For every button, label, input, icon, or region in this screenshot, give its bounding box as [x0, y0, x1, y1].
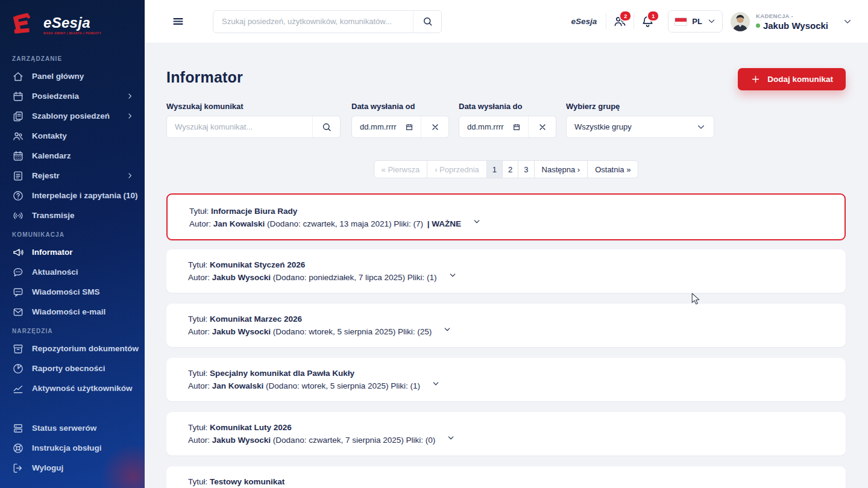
sidebar-item-label: Wyloguj	[32, 463, 63, 472]
message-title: Specjalny komunikat dla Pawła Kukły	[210, 369, 354, 378]
chevron-down-icon	[707, 17, 716, 26]
search-icon	[422, 16, 433, 27]
activity-icon	[12, 383, 24, 395]
pagination-button[interactable]: 3	[518, 160, 534, 178]
message-search-input[interactable]	[167, 122, 312, 131]
notifications-button[interactable]: 1	[634, 14, 661, 28]
message-title-line: Tytuł: Komunikat Styczeń 2026	[188, 258, 824, 271]
pagination-button[interactable]: 2	[503, 160, 518, 178]
sidebar-item-wiadomosci-email[interactable]: Wiadomości e-mail	[0, 302, 145, 322]
language-code: PL	[692, 17, 702, 26]
clear-date-from-button[interactable]	[421, 122, 448, 132]
message-card[interactable]: Tytuł: Komunikat Luty 2026Autor: Jakub W…	[166, 412, 846, 455]
search-icon[interactable]	[313, 122, 340, 133]
date-to-input[interactable]: dd.mm.rrrr	[459, 122, 512, 131]
sidebar-item-repozytorium-dokumentow[interactable]: Repozytorium dokumentów	[0, 339, 145, 358]
pagination-button[interactable]: Ostatnia »	[588, 160, 638, 178]
sidebar-item-wyloguj[interactable]: Wyloguj	[0, 458, 145, 478]
pagination-group: « Pierwsza‹ Poprzednia123Następna ›Ostat…	[374, 160, 639, 178]
chevron-down-icon[interactable]	[473, 217, 481, 226]
sms-icon	[12, 286, 24, 298]
global-search	[213, 10, 442, 33]
message-meta: (Dodano: poniedziałek, 7 lipca 2025) Pli…	[273, 273, 437, 282]
pagination-button[interactable]: Następna ›	[535, 160, 588, 178]
date-from-input[interactable]: dd.mm.rrrr	[352, 122, 405, 131]
chevron-down-icon[interactable]	[448, 271, 457, 280]
sidebar-item-label: Informator	[32, 248, 73, 257]
sidebar-item-kontakty[interactable]: Kontakty	[0, 126, 145, 146]
chevron-right-icon	[126, 172, 134, 180]
brand-logo[interactable]: eSesja RADA GMINY | MIASTA | POWIATY	[0, 0, 145, 41]
calendar-picker-icon[interactable]	[405, 123, 414, 131]
menu-toggle-button[interactable]	[172, 15, 184, 28]
important-badge: | WAŻNE	[427, 219, 461, 228]
add-message-button[interactable]: Dodaj komunikat	[738, 68, 846, 90]
filter-search-label: Wyszukaj komunikat	[166, 102, 342, 111]
mail-icon	[12, 306, 24, 318]
message-card[interactable]: Tytuł: Komunikat Styczeń 2026Autor: Jaku…	[166, 249, 846, 293]
sidebar-item-informator[interactable]: Informator	[0, 242, 145, 262]
message-title-line: Tytuł: Komunikat Marzec 2026	[188, 313, 824, 325]
online-status-dot	[756, 23, 760, 28]
filter-group: Wybierz grupę Wszystkie grupy	[566, 102, 714, 138]
message-meta-line: Autor: Jakub Wysocki (Dodano: czwartek, …	[188, 434, 824, 446]
filter-search: Wyszukaj komunikat	[166, 102, 342, 138]
global-search-input[interactable]	[213, 17, 413, 26]
sidebar-item-label: Raporty obecności	[32, 364, 105, 373]
filters: Wyszukaj komunikat Data wysłania od dd.m…	[166, 102, 846, 138]
sidebar-item-panel-glowny[interactable]: Panel główny	[0, 66, 145, 86]
chat-icon	[12, 266, 24, 278]
message-card[interactable]: Tytuł: Komunikat Marzec 2026Autor: Jakub…	[166, 304, 846, 347]
calendar-picker-icon[interactable]	[512, 123, 521, 131]
sidebar-item-raporty-obecnosci[interactable]: Raporty obecności	[0, 358, 145, 378]
group-select[interactable]: Wszystkie grupy	[566, 116, 714, 138]
sidebar-item-wiadomosci-sms[interactable]: Wiadomości SMS	[0, 282, 145, 302]
sidebar-item-aktywnosc-uzytkownikow[interactable]: Aktywność użytkowników	[0, 378, 145, 398]
message-author: Jakub Wysocki	[212, 273, 271, 282]
sidebar-item-transmisje[interactable]: Transmisje	[0, 205, 145, 225]
sidebar-item-aktualnosci[interactable]: Aktualności	[0, 262, 145, 282]
pagination-button[interactable]: 1	[487, 160, 503, 178]
message-title-line: Tytuł: Informacje Biura Rady	[189, 205, 823, 217]
online-users-button[interactable]: 2	[606, 14, 634, 28]
sidebar-item-szablony-posiedzen[interactable]: Szablony posiedzeń	[0, 106, 145, 126]
chevron-down-icon[interactable]	[432, 380, 440, 388]
sidebar-item-status-serwerow[interactable]: Status serwerów	[0, 418, 145, 438]
sidebar-item-posiedzenia[interactable]: Posiedzenia	[0, 86, 145, 106]
clear-date-to-button[interactable]	[529, 122, 556, 132]
sidebar-item-instrukcja-obslugi[interactable]: Instrukcja obsługi	[0, 438, 145, 458]
message-card[interactable]: Tytuł: Specjalny komunikat dla Pawła Kuk…	[166, 358, 846, 401]
title-label: Tytuł:	[188, 423, 207, 432]
sidebar: eSesja RADA GMINY | MIASTA | POWIATY ZAR…	[0, 0, 145, 488]
message-meta: (Dodano: wtorek, 5 sierpnia 2025) Pliki:…	[266, 381, 420, 390]
sidebar-item-label: Wiadomości e-mail	[32, 307, 105, 316]
user-menu[interactable]: KADENCJA - Jakub Wysocki	[731, 12, 828, 31]
sidebar-nav: ZARZĄDZANIEPanel głównyPosiedzeniaSzablo…	[0, 49, 145, 478]
title-label: Tytuł:	[188, 314, 207, 324]
message-meta: (Dodano: czwartek, 7 sierpnia 2025) Plik…	[273, 436, 435, 445]
language-selector[interactable]: PL	[668, 10, 723, 33]
chevron-down-icon[interactable]	[443, 325, 451, 334]
sidebar-item-kalendarz[interactable]: Kalendarz	[0, 146, 145, 166]
global-search-button[interactable]	[413, 11, 441, 33]
main-column: eSesja 2 1 PL	[145, 0, 868, 488]
chevron-down-icon	[696, 122, 706, 132]
author-label: Autor:	[188, 381, 210, 390]
chevron-down-icon[interactable]	[447, 434, 455, 442]
message-card[interactable]: Tytuł: Informacje Biura RadyAutor: Jan K…	[166, 193, 846, 240]
register-icon	[12, 170, 24, 182]
message-card[interactable]: Tytuł: Testowy komunikat	[166, 466, 846, 488]
user-menu-caret[interactable]	[843, 17, 852, 27]
message-title: Komunikat Styczeń 2026	[210, 260, 305, 269]
plus-icon	[750, 74, 761, 84]
page-title: Informator	[166, 68, 243, 86]
sidebar-item-label: Kontakty	[32, 131, 67, 140]
sidebar-item-rejestr[interactable]: Rejestr	[0, 166, 145, 186]
filter-date-from-label: Data wysłania od	[351, 102, 449, 111]
message-meta-line: Autor: Jakub Wysocki (Dodano: wtorek, 5 …	[188, 325, 824, 338]
sidebar-item-label: Rejestr	[32, 171, 60, 180]
sidebar-item-interpelacje[interactable]: Interpelacje i zapytania (10)	[0, 186, 145, 205]
pie-icon	[12, 363, 24, 375]
sidebar-item-label: Interpelacje i zapytania (10)	[32, 191, 138, 200]
archive-icon	[12, 343, 24, 355]
